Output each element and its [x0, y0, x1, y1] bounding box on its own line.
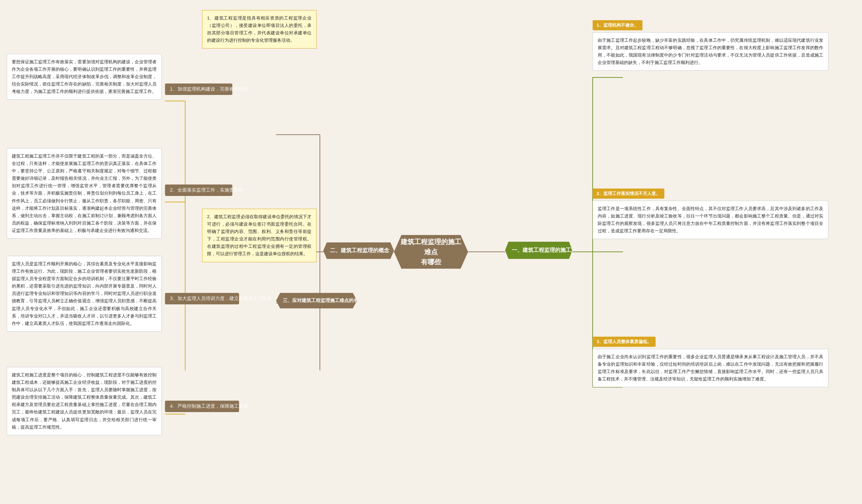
right-item-2: 2、监理工作落实情况不尽人意。 监理工作是一项系统性工作，具有复杂性、全面性特点… [592, 188, 828, 239]
measure-3-label: 3、加大监理人员培训力度，建立高素质人才队伍 [165, 293, 239, 304]
right-main-header: 一、建筑工程监理的施工难点 [505, 242, 572, 259]
measure-1-label: 1、加强监理机构建设，完善相关制度 [165, 83, 232, 95]
measure-1-text: 要想保证施工监理工作有效落实，需要加强对监理机构的建设，企业管理者作为企业各项工… [7, 54, 161, 100]
right-item-3: 3、监理人员整体素质偏低。 由于施工企业尚未认识到监理工作的重要性，很多企业监理… [592, 337, 828, 387]
concept-2-box: 2、建筑工程监理必须在取得建设单位委托的情况下才可进行，必须与建设单位签订书面监… [202, 209, 316, 262]
left-measures-header: 三、应对建筑工程监理施工难点的有效措施 [276, 293, 357, 308]
concept-1-box: 1、建筑工程监理是指具有相应资质的工程监理企业（监理公司），接受建设单位即项目法… [202, 10, 316, 49]
measure-2-text: 建筑工程施工监理工作并不仅限于建筑工程的某一部分，而是涵盖全方位、全过程，只有这… [7, 148, 161, 239]
right-num-3: 3、监理人员整体素质偏低。 [592, 337, 656, 347]
measure-3-text: 监理人员是监理工作顺利开展的核心，其综合素质及专业化水平直接影响监理工作有效运行… [7, 256, 161, 332]
right-text-2: 监理工作是一项系统性工作，具有复杂性、全面性特点，其不仅对监理工作人员要求高，且… [592, 201, 828, 239]
left-concept-header: 二、建筑工程监理的概念 [323, 242, 394, 259]
right-text-1: 由于施工监理工作起步较晚，缺少丰富的实践经验，在具体工作中，仍究属传统监理机制，… [592, 32, 828, 71]
central-node: 建筑工程监理的施工难点 有哪些 [394, 235, 468, 269]
mindmap-container: 建筑工程监理的施工难点 有哪些 一、建筑工程监理的施工难点 1、监理机构不健全。… [0, 0, 862, 504]
right-num-2: 2、监理工作落实情况不尽人意。 [592, 188, 664, 199]
right-item-1: 1、监理机构不健全。 由于施工监理工作起步较晚，缺少丰富的实践经验，在具体工作中… [592, 20, 828, 71]
measure-4-label: 4、严格控制施工进度，保障施工质量 [165, 401, 239, 412]
right-text-3: 由于施工企业尚未认识到监理工作的重要性，很多企业监理人员普通是继承来从事工程设计… [592, 349, 828, 387]
measure-2-label: 2、全面落实监理工作，实施责任制 [165, 185, 232, 196]
right-num-1: 1、监理机构不健全。 [592, 20, 642, 30]
measure-4-text: 建筑工程施工进度是整个项目的核心，控制建筑工程进度不仅能够有效控制建筑工程成本，… [7, 367, 161, 435]
central-title: 建筑工程监理的施工难点 有哪些 [401, 237, 461, 267]
